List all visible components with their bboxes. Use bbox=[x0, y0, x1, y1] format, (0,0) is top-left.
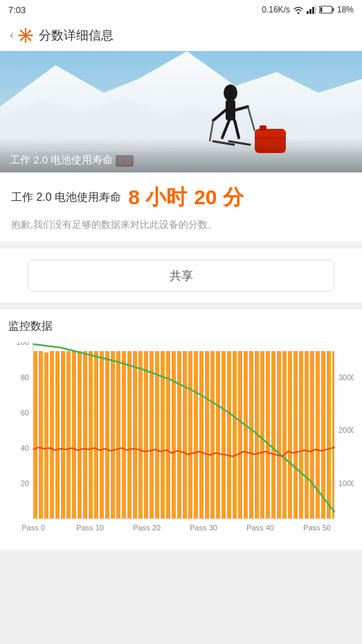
svg-rect-59 bbox=[72, 351, 76, 519]
svg-rect-60 bbox=[78, 351, 82, 519]
svg-rect-87 bbox=[227, 351, 231, 519]
score-minutes: 20 分 bbox=[194, 184, 244, 212]
svg-text:Pass 20: Pass 20 bbox=[133, 524, 161, 532]
svg-line-26 bbox=[235, 107, 248, 110]
svg-rect-0 bbox=[307, 11, 309, 14]
svg-text:2000: 2000 bbox=[338, 426, 354, 434]
svg-rect-1 bbox=[309, 9, 311, 14]
svg-rect-85 bbox=[216, 351, 220, 519]
svg-rect-74 bbox=[155, 351, 159, 519]
svg-rect-78 bbox=[177, 351, 181, 519]
svg-point-15 bbox=[20, 30, 22, 32]
bar-chart bbox=[33, 351, 334, 519]
svg-rect-58 bbox=[66, 351, 71, 519]
svg-text:1000: 1000 bbox=[338, 479, 354, 488]
svg-rect-100 bbox=[299, 351, 303, 519]
svg-rect-57 bbox=[61, 351, 65, 519]
monitor-section: 监控数据 100 80 60 40 20 3000 bbox=[0, 310, 362, 550]
svg-line-27 bbox=[222, 120, 229, 138]
svg-rect-88 bbox=[233, 351, 237, 519]
score-section: 工作 2.0 电池使用寿命 8 小时 20 分 抱歉,我们没有足够的数据来对比此… bbox=[0, 172, 362, 242]
svg-rect-96 bbox=[277, 351, 281, 519]
svg-text:100: 100 bbox=[17, 342, 29, 346]
svg-text:Pass 0: Pass 0 bbox=[21, 524, 45, 532]
svg-point-16 bbox=[29, 39, 31, 41]
svg-rect-53 bbox=[39, 351, 43, 519]
svg-rect-97 bbox=[282, 351, 287, 519]
svg-text:20: 20 bbox=[21, 479, 29, 488]
svg-rect-6 bbox=[320, 8, 322, 12]
svg-rect-86 bbox=[221, 351, 226, 519]
svg-text:Pass 40: Pass 40 bbox=[246, 524, 274, 532]
svg-rect-80 bbox=[188, 351, 192, 519]
svg-rect-105 bbox=[327, 351, 331, 519]
svg-rect-3 bbox=[315, 6, 316, 14]
svg-rect-95 bbox=[271, 351, 275, 519]
svg-rect-70 bbox=[133, 351, 137, 519]
svg-line-28 bbox=[235, 120, 239, 138]
svg-point-11 bbox=[25, 28, 27, 30]
svg-text:Pass 50: Pass 50 bbox=[303, 524, 331, 532]
svg-rect-106 bbox=[332, 351, 334, 519]
svg-rect-90 bbox=[244, 351, 248, 519]
svg-rect-102 bbox=[310, 351, 314, 519]
svg-rect-52 bbox=[33, 351, 37, 519]
svg-point-18 bbox=[20, 39, 22, 41]
monitor-chart: 100 80 60 40 20 3000 2000 1000 bbox=[8, 342, 354, 543]
svg-rect-56 bbox=[55, 351, 60, 519]
svg-rect-91 bbox=[249, 351, 253, 519]
svg-text:80: 80 bbox=[21, 373, 29, 382]
status-time: 7:03 bbox=[8, 5, 26, 15]
svg-point-23 bbox=[224, 84, 237, 101]
svg-rect-101 bbox=[305, 351, 309, 519]
svg-rect-5 bbox=[332, 8, 334, 12]
score-label: 工作 2.0 电池使用寿命 bbox=[11, 190, 121, 205]
svg-rect-67 bbox=[116, 351, 120, 519]
battery-percent: 18% bbox=[337, 5, 354, 15]
svg-rect-89 bbox=[238, 351, 242, 519]
svg-rect-63 bbox=[94, 351, 98, 519]
header: ‹ 分数详细信息 bbox=[0, 19, 362, 51]
svg-rect-83 bbox=[205, 351, 209, 519]
svg-text:Pass 30: Pass 30 bbox=[190, 524, 217, 532]
status-bar: 7:03 0.16K/s 18% bbox=[0, 0, 362, 19]
svg-rect-82 bbox=[199, 351, 203, 519]
svg-rect-73 bbox=[150, 351, 154, 519]
chart-container: 100 80 60 40 20 3000 2000 1000 bbox=[8, 342, 354, 543]
svg-rect-69 bbox=[127, 351, 132, 519]
divider-1 bbox=[0, 242, 362, 249]
svg-rect-72 bbox=[144, 351, 148, 519]
svg-line-25 bbox=[213, 110, 226, 120]
svg-text:60: 60 bbox=[21, 409, 29, 417]
svg-rect-77 bbox=[172, 351, 176, 519]
svg-rect-84 bbox=[210, 351, 215, 519]
svg-rect-54 bbox=[44, 352, 48, 519]
svg-rect-2 bbox=[312, 7, 314, 14]
score-hours: 8 小时 bbox=[128, 184, 187, 212]
svg-rect-68 bbox=[122, 351, 126, 519]
page-title: 分数详细信息 bbox=[39, 27, 114, 44]
svg-rect-94 bbox=[266, 351, 270, 519]
score-row: 工作 2.0 电池使用寿命 8 小时 20 分 bbox=[11, 184, 351, 212]
monitor-title: 监控数据 bbox=[8, 319, 354, 334]
back-button[interactable]: ‹ bbox=[10, 28, 14, 42]
network-speed: 0.16K/s bbox=[262, 5, 290, 15]
svg-rect-98 bbox=[288, 351, 292, 519]
svg-rect-79 bbox=[183, 351, 187, 519]
hero-label: 工作 2.0 电池使用寿命 bbox=[10, 154, 113, 167]
svg-rect-76 bbox=[166, 351, 170, 519]
svg-rect-34 bbox=[260, 125, 266, 131]
hero-badge: 2.0 bbox=[116, 155, 134, 167]
wifi-icon bbox=[293, 6, 304, 14]
svg-rect-55 bbox=[50, 351, 54, 519]
snowflake-icon bbox=[18, 28, 33, 43]
svg-rect-93 bbox=[260, 351, 264, 519]
svg-rect-81 bbox=[194, 351, 198, 519]
svg-point-13 bbox=[19, 34, 21, 36]
svg-point-12 bbox=[25, 40, 27, 42]
svg-text:Pass 10: Pass 10 bbox=[76, 524, 104, 532]
svg-text:40: 40 bbox=[21, 444, 29, 452]
svg-rect-104 bbox=[321, 351, 325, 519]
share-button[interactable]: 共享 bbox=[28, 260, 334, 292]
hero-image: 工作 2.0 电池使用寿命 2.0 bbox=[0, 51, 362, 172]
